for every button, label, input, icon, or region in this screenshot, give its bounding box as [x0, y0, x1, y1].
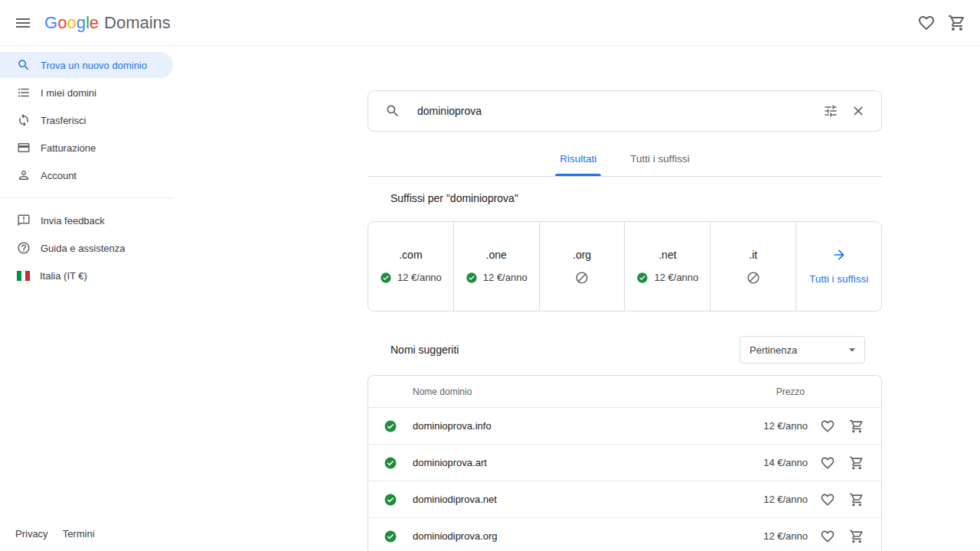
- close-icon: [851, 103, 866, 119]
- sidebar-item-transfer[interactable]: Trasferisci: [0, 107, 173, 133]
- tab-results[interactable]: Risultati: [543, 143, 613, 176]
- cart-icon: [849, 492, 864, 507]
- sidebar-item-feedback[interactable]: Invia feedback: [0, 207, 173, 233]
- tld-label: .org: [573, 249, 591, 261]
- suggestions-table: Nome dominio Prezzo dominioprova.info 12…: [368, 375, 882, 551]
- table-header: Nome dominio Prezzo: [368, 376, 881, 408]
- all-suffixes-link: Tutti i suffissi: [809, 273, 868, 285]
- available-icon: [380, 272, 392, 284]
- suffix-card-com[interactable]: .com 12 €/anno: [368, 222, 453, 311]
- add-to-cart-button[interactable]: [843, 486, 871, 514]
- terms-link[interactable]: Termini: [63, 528, 95, 540]
- logo-google: Google: [44, 13, 99, 33]
- sidebar-item-account[interactable]: Account: [0, 162, 173, 188]
- suffix-card-org[interactable]: .org: [539, 222, 625, 311]
- available-icon: [466, 272, 478, 284]
- cart-icon: [849, 455, 864, 471]
- table-row: dominioprova.art 14 €/anno: [368, 445, 881, 481]
- italy-flag-icon: [17, 271, 30, 281]
- suffix-card-all-suffixes[interactable]: Tutti i suffissi: [795, 222, 881, 311]
- google-domains-logo[interactable]: Google Domains: [44, 13, 171, 33]
- heart-icon: [820, 492, 835, 507]
- tld-price: 12 €/anno: [654, 272, 698, 283]
- tld-status: [746, 271, 760, 285]
- tld-label: .com: [399, 249, 422, 261]
- favorite-button[interactable]: [814, 412, 841, 440]
- tld-status: 12 €/anno: [636, 271, 698, 285]
- cart-button[interactable]: [942, 8, 972, 38]
- suffix-grid: .com 12 €/anno .one 12 €/anno .org .net …: [368, 221, 882, 311]
- list-icon: [17, 86, 31, 99]
- menu-button[interactable]: [8, 8, 38, 38]
- sidebar-item-label: Trova un nuovo dominio: [41, 60, 147, 71]
- favorites-button[interactable]: [911, 8, 942, 38]
- sidebar-item-label: Account: [41, 170, 77, 181]
- arrow-right-icon: [831, 247, 847, 262]
- tld-status: 12 €/anno: [380, 271, 442, 285]
- tab-all-suffixes[interactable]: Tutti i suffissi: [613, 143, 706, 176]
- suffixes-heading: Suffissi per "dominioprova": [368, 192, 882, 204]
- sidebar-item-label: Fatturazione: [41, 142, 96, 154]
- sidebar-item-help[interactable]: Guida e assistenza: [0, 235, 173, 261]
- sidebar-item-label: Invia feedback: [41, 215, 105, 227]
- sidebar-item-my-domains[interactable]: I miei domini: [0, 80, 173, 106]
- tld-status: [575, 271, 589, 285]
- sidebar: Trova un nuovo dominio I miei domini Tra…: [0, 52, 173, 290]
- clear-search-button[interactable]: [844, 97, 872, 125]
- favorite-button[interactable]: [814, 523, 841, 550]
- chevron-down-icon: [844, 342, 860, 357]
- domain-search-input[interactable]: [417, 105, 817, 117]
- suffix-card-one[interactable]: .one 12 €/anno: [453, 222, 539, 311]
- column-header-domain: Nome dominio: [413, 386, 472, 397]
- domain-price: 14 €/anno: [739, 457, 808, 468]
- available-icon: [384, 419, 397, 433]
- add-to-cart-button[interactable]: [843, 449, 871, 477]
- table-row: dominiodiprova.net 12 €/anno: [368, 481, 881, 518]
- sidebar-item-label: Guida e assistenza: [41, 243, 126, 254]
- sort-dropdown-value: Pertinenza: [750, 344, 797, 356]
- tld-status: 12 €/anno: [466, 271, 528, 285]
- privacy-link[interactable]: Privacy: [15, 528, 48, 540]
- domain-name: dominiodiprova.org: [413, 530, 739, 542]
- heart-icon: [820, 419, 835, 434]
- column-header-price: Prezzo: [776, 386, 805, 397]
- sidebar-footer: Privacy Termini: [15, 528, 95, 540]
- tld-price: 12 €/anno: [397, 272, 442, 283]
- sort-dropdown[interactable]: Pertinenza: [740, 336, 865, 364]
- search-icon: [17, 58, 31, 72]
- tld-status: Tutti i suffissi: [809, 272, 868, 286]
- person-icon: [17, 168, 31, 182]
- favorite-button[interactable]: [814, 486, 841, 514]
- available-icon: [384, 456, 397, 470]
- help-icon: [17, 241, 31, 255]
- suffix-card-it[interactable]: .it: [710, 222, 795, 311]
- search-icon: [385, 103, 400, 119]
- domain-price: 12 €/anno: [739, 420, 808, 432]
- sidebar-item-label: Italia (IT €): [40, 270, 87, 282]
- heart-icon: [820, 529, 835, 544]
- tld-label: .net: [658, 249, 676, 261]
- favorite-button[interactable]: [814, 449, 841, 477]
- table-row: dominiodiprova.org 12 €/anno: [368, 518, 881, 551]
- transfer-icon: [17, 113, 31, 127]
- domain-price: 12 €/anno: [739, 494, 808, 505]
- table-row: dominioprova.info 12 €/anno: [368, 408, 881, 445]
- topbar: Google Domains: [0, 0, 980, 46]
- sidebar-item-billing[interactable]: Fatturazione: [0, 135, 173, 161]
- logo-domains: Domains: [104, 13, 171, 33]
- credit-card-icon: [17, 141, 31, 155]
- filter-button[interactable]: [817, 97, 844, 125]
- feedback-icon: [17, 214, 31, 227]
- available-icon: [636, 272, 648, 284]
- tld-price: 12 €/anno: [483, 272, 528, 283]
- domain-name: dominioprova.art: [413, 457, 739, 468]
- heart-icon: [917, 14, 936, 32]
- sidebar-item-find-domain[interactable]: Trova un nuovo dominio: [0, 52, 173, 78]
- cart-icon: [948, 14, 966, 32]
- heart-icon: [820, 455, 835, 471]
- add-to-cart-button[interactable]: [843, 412, 871, 440]
- suffix-card-net[interactable]: .net 12 €/anno: [624, 222, 710, 311]
- sidebar-item-locale[interactable]: Italia (IT €): [0, 262, 173, 289]
- add-to-cart-button[interactable]: [843, 523, 871, 550]
- tabs: Risultati Tutti i suffissi: [368, 143, 882, 177]
